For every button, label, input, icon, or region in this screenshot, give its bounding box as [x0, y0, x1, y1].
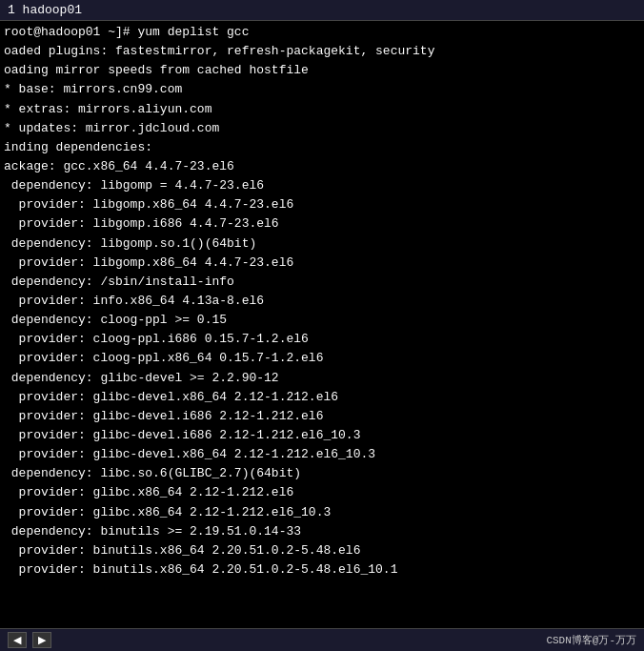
terminal-line: provider: glibc-devel.i686 2.12-1.212.el…	[4, 426, 640, 445]
terminal-line: dependency: glibc-devel >= 2.2.90-12	[4, 369, 640, 388]
terminal-line: provider: glibc-devel.x86_64 2.12-1.212.…	[4, 445, 640, 464]
status-left: ◀ ▶	[8, 632, 51, 648]
terminal-line: provider: glibc.x86_64 2.12-1.212.el6	[4, 483, 640, 502]
terminal-line: oaded plugins: fastestmirror, refresh-pa…	[4, 42, 640, 61]
terminal-body: root@hadoop01 ~]# yum deplist gccoaded p…	[0, 21, 644, 628]
terminal-line: provider: libgomp.x86_64 4.4.7-23.el6	[4, 254, 640, 273]
terminal-line: provider: cloog-ppl.i686 0.15.7-1.2.el6	[4, 330, 640, 349]
terminal-line: dependency: /sbin/install-info	[4, 273, 640, 292]
terminal-line: dependency: libc.so.6(GLIBC_2.7)(64bit)	[4, 464, 640, 483]
terminal-line: ackage: gcc.x86_64 4.4.7-23.el6	[4, 157, 640, 176]
terminal-line: provider: info.x86_64 4.13a-8.el6	[4, 292, 640, 311]
terminal-line: provider: glibc-devel.x86_64 2.12-1.212.…	[4, 388, 640, 407]
status-bar: ◀ ▶ CSDN博客@万-万万	[0, 628, 644, 651]
terminal-line: dependency: libgomp.so.1()(64bit)	[4, 234, 640, 254]
terminal-line: * extras: mirrors.aliyun.com	[4, 100, 640, 119]
nav-fwd-button[interactable]: ▶	[32, 632, 51, 648]
terminal-line: provider: binutils.x86_64 2.20.51.0.2-5.…	[4, 541, 640, 560]
terminal-line: * updates: mirror.jdcloud.com	[4, 119, 640, 138]
terminal-line: dependency: libgomp = 4.4.7-23.el6	[4, 176, 640, 195]
terminal-line: provider: libgomp.i686 4.4.7-23.el6	[4, 214, 640, 234]
terminal-line: * base: mirrors.cn99.com	[4, 80, 640, 99]
terminal-line: provider: binutils.x86_64 2.20.51.0.2-5.…	[4, 560, 640, 580]
title-label: 1 hadoop01	[8, 3, 82, 17]
nav-back-button[interactable]: ◀	[8, 632, 27, 648]
terminal-line: provider: cloog-ppl.x86_64 0.15.7-1.2.el…	[4, 349, 640, 368]
terminal-line: provider: glibc.x86_64 2.12-1.212.el6_10…	[4, 503, 640, 522]
terminal-line: inding dependencies:	[4, 138, 640, 157]
terminal-line: dependency: cloog-ppl >= 0.15	[4, 311, 640, 330]
title-bar: 1 hadoop01	[0, 0, 644, 21]
status-right-text: CSDN博客@万-万万	[546, 633, 636, 647]
terminal-line: dependency: binutils >= 2.19.51.0.14-33	[4, 522, 640, 541]
terminal-line: root@hadoop01 ~]# yum deplist gcc	[4, 23, 640, 42]
terminal-line: provider: libgomp.x86_64 4.4.7-23.el6	[4, 195, 640, 214]
terminal-line: provider: glibc-devel.i686 2.12-1.212.el…	[4, 407, 640, 426]
terminal-line: oading mirror speeds from cached hostfil…	[4, 61, 640, 80]
